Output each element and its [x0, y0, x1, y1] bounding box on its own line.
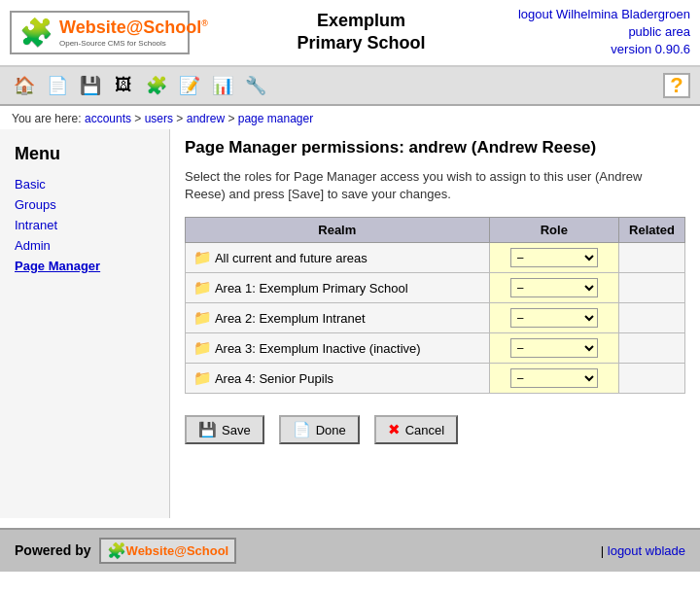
realm-cell-2: 📁 Area 2: Exemplum Intranet: [186, 303, 490, 333]
footer-right: | logout wblade: [601, 543, 685, 558]
menu-title: Menu: [0, 139, 169, 174]
logo-area: 🧩 Website@School® Open-Source CMS for Sc…: [10, 11, 204, 54]
realm-cell-0: 📁 All current and future areas: [186, 243, 490, 273]
version-text: version 0.90.6: [611, 42, 690, 56]
realm-cell-1: 📁 Area 1: Exemplum Primary School: [186, 273, 490, 303]
realm-cell-4: 📁 Area 4: Senior Pupils: [186, 364, 490, 394]
related-cell-0: [619, 243, 685, 273]
permissions-table: Realm Role Related 📁 All current and fut…: [185, 217, 685, 394]
breadcrumb-users[interactable]: users: [145, 112, 173, 125]
powered-by-text: Powered by: [15, 542, 91, 558]
realm-cell-3: 📁 Area 3: Exemplum Inactive (inactive): [186, 333, 490, 364]
toolbar: 🏠 📄 💾 🖼 🧩 📝 📊 🔧 ?: [0, 67, 700, 106]
done-btn-icon: 📄: [293, 421, 311, 438]
site-title: Exemplum Primary School: [204, 10, 518, 55]
page-title: Page Manager permissions: andrew (Andrew…: [185, 137, 685, 158]
role-cell-3[interactable]: –: [489, 333, 618, 364]
breadcrumb-andrew[interactable]: andrew: [187, 112, 225, 125]
folder-icon: 📁: [193, 309, 212, 326]
col-related: Related: [619, 218, 685, 243]
save-btn-icon: 💾: [198, 421, 217, 438]
description: Select the roles for Page Manager access…: [185, 168, 685, 203]
footer: Powered by 🧩 Website@School | logout wbl…: [0, 528, 700, 572]
help-icon[interactable]: ?: [663, 73, 690, 98]
role-select-0[interactable]: –: [510, 248, 598, 267]
save-icon[interactable]: 💾: [76, 72, 105, 99]
save-label: Save: [222, 423, 251, 437]
tools-icon[interactable]: 🔧: [241, 72, 270, 99]
permissions-tbody: 📁 All current and future areas–📁 Area 1:…: [186, 243, 685, 394]
role-select-3[interactable]: –: [510, 338, 598, 358]
role-cell-0[interactable]: –: [489, 243, 618, 273]
breadcrumb-accounts[interactable]: accounts: [85, 112, 131, 125]
role-select-2[interactable]: –: [510, 308, 598, 328]
footer-puzzle-icon: 🧩: [107, 541, 126, 560]
main-layout: Menu Basic Groups Intranet Admin Page Ma…: [0, 129, 700, 518]
role-cell-1[interactable]: –: [489, 273, 618, 303]
cancel-label: Cancel: [405, 423, 444, 437]
related-cell-3: [619, 333, 685, 364]
role-cell-2[interactable]: –: [489, 303, 618, 333]
save-button[interactable]: 💾 Save: [185, 415, 264, 444]
role-cell-4[interactable]: –: [489, 364, 618, 394]
breadcrumb-page-manager[interactable]: page manager: [238, 112, 313, 125]
related-cell-2: [619, 303, 685, 333]
footer-logo-box: 🧩 Website@School: [99, 538, 237, 564]
footer-left: Powered by 🧩 Website@School: [15, 538, 236, 564]
folder-icon: 📁: [193, 279, 212, 296]
sidebar-item-admin[interactable]: Admin: [0, 235, 169, 256]
sidebar-item-basic[interactable]: Basic: [0, 174, 169, 194]
logo-puzzle-icon: 🧩: [19, 17, 53, 49]
home-icon[interactable]: 🏠: [10, 72, 39, 99]
col-role: Role: [489, 218, 618, 243]
sidebar-item-groups[interactable]: Groups: [0, 194, 169, 215]
content: Page Manager permissions: andrew (Andrew…: [170, 129, 700, 518]
module-icon[interactable]: 🧩: [142, 72, 171, 99]
related-cell-4: [619, 364, 685, 394]
image-icon[interactable]: 🖼: [109, 72, 138, 99]
public-area-text: public area: [628, 24, 690, 39]
sidebar-item-intranet[interactable]: Intranet: [0, 215, 169, 235]
cancel-btn-icon: ✖: [388, 421, 401, 438]
button-row: 💾 Save 📄 Done ✖ Cancel: [185, 409, 685, 450]
logo-text: Website@School®: [59, 17, 208, 37]
logout-wblade-link[interactable]: logout wblade: [608, 543, 685, 558]
sidebar: Menu Basic Groups Intranet Admin Page Ma…: [0, 129, 170, 518]
role-select-1[interactable]: –: [510, 278, 598, 297]
related-cell-1: [619, 273, 685, 303]
chart-icon[interactable]: 📊: [208, 72, 237, 99]
breadcrumb: You are here: accounts > users > andrew …: [0, 106, 700, 129]
role-select-4[interactable]: –: [510, 368, 598, 388]
logout-area: logout Wilhelmina Bladergroen public are…: [518, 6, 690, 59]
cancel-button[interactable]: ✖ Cancel: [374, 415, 458, 444]
edit-icon[interactable]: 📝: [175, 72, 204, 99]
done-button[interactable]: 📄 Done: [279, 415, 360, 444]
header: 🧩 Website@School® Open-Source CMS for Sc…: [0, 0, 700, 67]
footer-logo-text: Website@School: [126, 543, 229, 558]
folder-icon: 📁: [193, 339, 212, 356]
col-realm: Realm: [186, 218, 490, 243]
logo-tagline: Open-Source CMS for Schools: [59, 39, 208, 48]
done-label: Done: [316, 423, 346, 437]
logout-text[interactable]: logout Wilhelmina Bladergroen: [518, 7, 690, 21]
logo-box: 🧩 Website@School® Open-Source CMS for Sc…: [10, 11, 190, 54]
folder-icon: 📁: [193, 369, 212, 386]
folder-icon: 📁: [193, 249, 212, 265]
breadcrumb-label: You are here:: [12, 112, 82, 125]
sidebar-item-page-manager[interactable]: Page Manager: [0, 256, 169, 276]
page-icon[interactable]: 📄: [43, 72, 72, 99]
